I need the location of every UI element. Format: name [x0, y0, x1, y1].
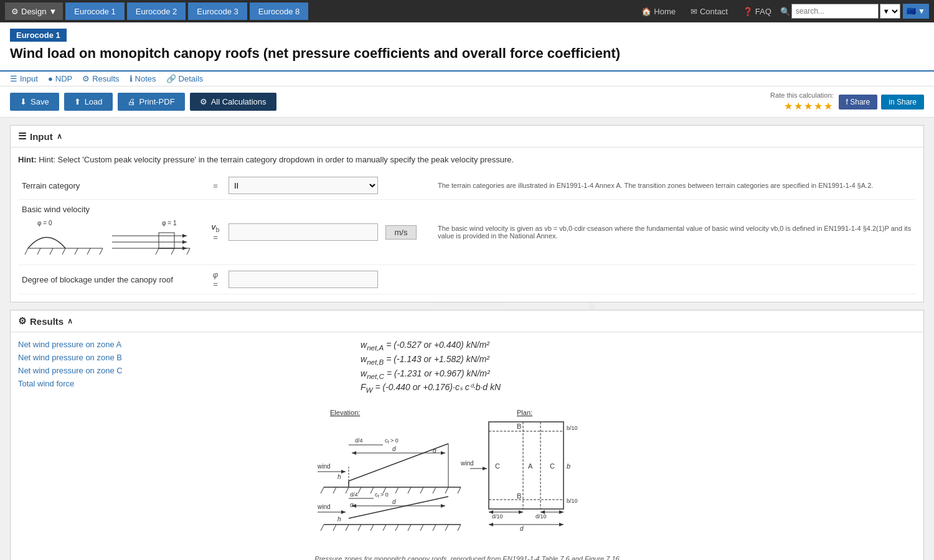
search-icon: 🔍: [780, 7, 790, 16]
diagram-caption: Pressure zones for monopitch canopy roof…: [18, 555, 916, 560]
print-button[interactable]: 🖨 Print-PDF: [118, 93, 185, 111]
tab-notes[interactable]: ℹ Notes: [130, 74, 156, 83]
svg-text:Plan:: Plan:: [517, 409, 532, 416]
save-button[interactable]: ⬇ Save: [10, 93, 59, 111]
wind-velocity-input[interactable]: 27: [229, 223, 378, 241]
svg-line-59: [346, 525, 349, 531]
ec8-tab[interactable]: Eurocode 8: [250, 2, 309, 20]
formula-wnet-c: wnet,C = (-1.231 or +0.967) kN/m²: [361, 368, 501, 380]
load-button[interactable]: ⬆ Load: [64, 93, 113, 111]
svg-line-6: [37, 248, 40, 254]
contact-link[interactable]: ✉ Contact: [684, 7, 734, 16]
svg-text:h: h: [337, 516, 341, 523]
home-link[interactable]: 🏠 Home: [635, 7, 682, 16]
svg-text:A: A: [528, 462, 533, 470]
result-link-zone-c[interactable]: Net wind pressure on zone C: [18, 366, 174, 375]
svg-text:cf > 0: cf > 0: [385, 437, 399, 444]
svg-line-8: [62, 248, 65, 254]
svg-line-66: [433, 525, 436, 531]
print-icon: 🖨: [128, 97, 136, 106]
svg-text:wind: wind: [460, 460, 474, 467]
tab-input[interactable]: ☰ Input: [10, 74, 38, 83]
results-body: Net wind pressure on zone A Net wind pre…: [11, 332, 923, 560]
wind-vel-input-cell: 27: [225, 200, 382, 265]
gear-icon: ⚙: [11, 7, 19, 16]
action-row: ⬇ Save ⬆ Load 🖨 Print-PDF ⚙ All Calculat…: [0, 86, 934, 118]
hint-text: Hint: Hint: Select 'Custom peak velocity…: [18, 155, 916, 164]
svg-line-7: [50, 248, 53, 254]
svg-marker-101: [489, 510, 493, 514]
formula-fw-value: (-0.440 or +0.176)·cₛ cᵈ·b·d kN: [383, 382, 501, 392]
help-icon: ❓: [743, 7, 753, 16]
wind-vel-unit-display: m/s: [385, 225, 417, 240]
svg-text:b: b: [567, 462, 570, 470]
tab-ndp[interactable]: ● NDP: [48, 74, 72, 83]
svg-text:cf > 0: cf > 0: [375, 492, 389, 498]
blockage-unit: [382, 265, 432, 294]
blockage-input[interactable]: 0: [229, 271, 378, 288]
terrain-category-select[interactable]: 0 I II III IV Custom peak velocity press…: [229, 177, 378, 194]
results-section-header[interactable]: ⚙ Results ∧: [11, 310, 923, 332]
wind-velocity-row: Basic wind velocity: [18, 200, 916, 265]
linkedin-share-button[interactable]: in Share: [881, 95, 924, 110]
hint-content: Hint: Select 'Custom peak velocity press…: [39, 155, 514, 164]
svg-line-29: [333, 487, 336, 493]
design-label: Design: [21, 7, 46, 16]
blockage-label: Degree of blockage under the canopy roof: [18, 265, 206, 294]
svg-text:Elevation:: Elevation:: [330, 409, 360, 416]
input-section-body: Hint: Hint: Select 'Custom peak velocity…: [11, 147, 923, 302]
svg-text:d/4: d/4: [350, 492, 358, 498]
result-link-total[interactable]: Total wind force: [18, 379, 174, 388]
terrain-input-cell: 0 I II III IV Custom peak velocity press…: [225, 172, 382, 200]
ec3-tab[interactable]: Eurocode 3: [188, 2, 247, 20]
terrain-eq: =: [206, 172, 225, 200]
search-input[interactable]: [791, 4, 879, 19]
result-link-zone-a[interactable]: Net wind pressure on zone A: [18, 340, 174, 349]
load-label: Load: [85, 97, 103, 106]
language-flag-button[interactable]: 🇪🇺 ▼: [903, 4, 929, 19]
design-menu-button[interactable]: ⚙ Design ▼: [5, 2, 63, 20]
results-icon: ⚙: [82, 74, 90, 83]
diagram-container: Elevation:: [18, 406, 916, 560]
blockage-eq: φ =: [206, 265, 225, 294]
canopy-diagram: Elevation:: [311, 406, 623, 549]
result-link-zone-b[interactable]: Net wind pressure on zone B: [18, 353, 174, 362]
tab-details[interactable]: 🔗 Details: [166, 74, 204, 83]
wind-diagram: φ = 0: [22, 214, 196, 259]
svg-marker-18: [182, 234, 187, 238]
svg-line-38: [445, 487, 448, 493]
ec1-tab[interactable]: Eurocode 1: [65, 2, 125, 20]
svg-text:b/10: b/10: [567, 498, 578, 504]
facebook-share-button[interactable]: f Share: [839, 95, 878, 110]
input-section: ☰ Input ∧ Hint: Hint: Select 'Custom pea…: [10, 125, 924, 302]
svg-line-9: [75, 248, 78, 254]
svg-text:d/10: d/10: [535, 513, 547, 520]
wind-velocity-label: Basic wind velocity: [18, 200, 206, 265]
svg-line-36: [420, 487, 423, 493]
svg-line-32: [370, 487, 374, 493]
faq-link[interactable]: ❓ FAQ: [737, 7, 778, 16]
results-links: Net wind pressure on zone A Net wind pre…: [18, 340, 174, 392]
ec2-tab[interactable]: Eurocode 2: [127, 2, 186, 20]
blockage-input-cell: 0: [225, 265, 382, 294]
svg-line-64: [408, 525, 411, 531]
stars-display[interactable]: ★★★★★: [784, 100, 834, 112]
all-calculations-button[interactable]: ⚙ All Calculations: [190, 93, 276, 111]
svg-marker-108: [489, 523, 493, 526]
svg-line-61: [370, 525, 374, 531]
input-section-header[interactable]: ☰ Input ∧: [11, 126, 923, 147]
social-buttons: f Share in Share: [839, 95, 924, 110]
svg-marker-109: [559, 523, 564, 526]
svg-marker-71: [341, 510, 346, 514]
terrain-desc: The terrain categories are illustrated i…: [432, 172, 916, 200]
svg-marker-94: [483, 467, 487, 470]
home-label: Home: [654, 7, 676, 16]
wind-vel-eq: vb =: [206, 200, 225, 265]
formula-fw: FW = (-0.440 or +0.176)·cₛ cᵈ·b·d kN: [361, 382, 501, 394]
svg-marker-17: [182, 240, 187, 244]
notes-icon: ℹ: [130, 74, 133, 83]
search-filter-select[interactable]: ▼: [880, 4, 900, 19]
results-gear-icon: ⚙: [18, 315, 26, 327]
print-label: Print-PDF: [139, 97, 175, 106]
tab-results[interactable]: ⚙ Results: [82, 74, 119, 83]
